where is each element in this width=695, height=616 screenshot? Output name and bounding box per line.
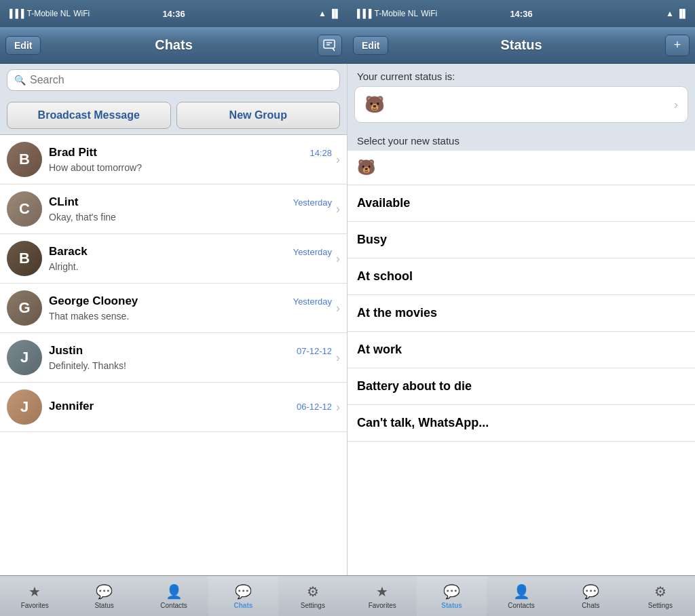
avatar: G [7,290,42,326]
tab-favorites[interactable]: ★ Favorites [0,576,69,616]
chat-list: B Brad Pitt 14:28 How about tomorrow? › … [0,135,347,575]
left-wifi-icon: WiFi [73,9,90,18]
right-battery-area: ▲ ▐▌ [666,9,688,18]
tab-chats[interactable]: 💬 Chats [556,576,625,616]
compose-button[interactable] [318,35,342,56]
chat-chevron-icon: › [336,252,340,266]
tab-label: Contacts [508,602,534,609]
tab-icon: ⚙ [654,583,666,600]
chats-nav-bar: Edit Chats [0,27,348,64]
status-emoji-icon: 🐻 [357,159,375,176]
current-status-chevron-icon: › [674,98,678,112]
chat-list-item[interactable]: B Barack Yesterday Alright. › [0,234,347,284]
status-item-label: At the movies [357,306,437,320]
status-item-label: Can't talk, WhatsApp... [357,416,489,430]
status-list-item[interactable]: At work [348,332,695,368]
left-battery-area: ▲ ▐▌ [318,9,341,18]
chat-info: Jennifer 06-12-12 [49,400,332,415]
avatar-label: B [7,142,42,177]
chat-chevron-icon: › [336,400,340,415]
status-nav-bar: Edit Status + [348,27,695,64]
status-list-item[interactable]: At school [348,258,695,295]
select-status-label: Select your new status [348,130,695,151]
status-item-label: Busy [357,233,387,247]
right-battery-icon: ▐▌ [677,9,688,18]
left-carrier-info: ▐▐▐ T-Mobile NL WiFi [7,9,90,18]
status-item-label: Battery about to die [357,379,472,393]
right-carrier: T-Mobile NL [375,9,419,18]
avatar: J [7,389,42,425]
status-tab-bar: ★ Favorites 💬 Status 👤 Contacts 💬 Chats … [348,575,695,616]
tab-label: Chats [234,602,253,609]
status-item-label: At school [357,269,413,284]
chat-name-row: George Clooney Yesterday [49,294,332,308]
left-status-bar: ▐▐▐ T-Mobile NL WiFi 14:36 ▲ ▐▌ [0,0,348,27]
chats-panel: 🔍 Broadcast Message New Group B Brad Pit… [0,64,348,575]
chat-name-row: Jennifer 06-12-12 [49,400,332,413]
tab-icon: 💬 [235,583,252,600]
new-group-button[interactable]: New Group [176,102,341,129]
tab-status[interactable]: 💬 Status [417,576,486,616]
status-item-label: At work [357,343,402,357]
avatar-label: B [7,241,42,276]
chat-list-item[interactable]: C CLint Yesterday Okay, that's fine › [0,185,347,234]
chat-name: Brad Pitt [49,146,97,159]
chat-list-item[interactable]: J Jennifer 06-12-12 › [0,383,347,432]
status-list: 🐻AvailableBusyAt schoolAt the moviesAt w… [348,151,695,575]
chat-preview: Alright. [49,261,79,272]
avatar: J [7,340,42,375]
chat-info: Justin 07-12-12 Definitely. Thanks! [49,344,332,372]
tab-label: Contacts [160,602,187,609]
tab-label: Status [441,602,462,609]
chats-edit-button[interactable]: Edit [5,36,41,55]
chat-preview: Definitely. Thanks! [49,360,126,371]
chat-name-row: Barack Yesterday [49,245,332,258]
chat-name: George Clooney [49,294,138,308]
avatar: C [7,191,42,227]
left-time: 14:36 [162,9,185,19]
add-status-button[interactable]: + [665,35,690,56]
status-list-item[interactable]: At the movies [348,295,695,332]
tab-contacts[interactable]: 👤 Contacts [139,576,208,616]
tab-chats[interactable]: 💬 Chats [208,576,278,616]
right-time: 14:36 [510,9,532,19]
chat-time: 07-12-12 [297,346,332,356]
chat-info: CLint Yesterday Okay, that's fine [49,195,332,223]
chat-time: Yesterday [293,197,332,208]
chat-info: Brad Pitt 14:28 How about tomorrow? [49,146,332,174]
chat-list-item[interactable]: G George Clooney Yesterday That makes se… [0,284,347,333]
chat-preview: Okay, that's fine [49,212,116,223]
tab-status[interactable]: 💬 Status [69,576,138,616]
svg-rect-0 [324,40,335,48]
tab-favorites[interactable]: ★ Favorites [348,576,417,616]
status-list-item[interactable]: 🐻 [348,151,695,185]
chat-name: Jennifer [49,400,94,413]
tab-contacts[interactable]: 👤 Contacts [487,576,556,616]
chat-preview: How about tomorrow? [49,162,142,173]
status-list-item[interactable]: Busy [348,222,695,258]
chat-info: George Clooney Yesterday That makes sens… [49,294,332,322]
tab-icon: 💬 [96,583,113,600]
chat-chevron-icon: › [336,351,340,365]
chat-list-item[interactable]: J Justin 07-12-12 Definitely. Thanks! › [0,333,347,383]
right-status-bar: ▐▐▐ T-Mobile NL WiFi 14:36 ▲ ▐▌ [348,0,695,27]
broadcast-message-button[interactable]: Broadcast Message [7,102,171,129]
current-status-item[interactable]: 🐻 › [354,86,688,123]
status-list-item[interactable]: Battery about to die [348,368,695,405]
chat-name-row: Brad Pitt 14:28 [49,146,332,159]
status-edit-button[interactable]: Edit [353,36,388,55]
status-nav-title: Status [500,37,542,53]
tab-icon: ⚙ [307,583,319,600]
search-input-wrapper[interactable]: 🔍 [7,69,340,91]
tab-settings[interactable]: ⚙ Settings [278,576,348,616]
status-list-item[interactable]: Available [348,185,695,222]
tab-settings[interactable]: ⚙ Settings [626,576,695,616]
left-carrier: T-Mobile NL [27,9,71,18]
chat-preview: That makes sense. [49,311,129,322]
status-list-item[interactable]: Can't talk, WhatsApp... [348,405,695,442]
chat-list-item[interactable]: B Brad Pitt 14:28 How about tomorrow? › [0,135,347,185]
right-carrier-info: ▐▐▐ T-Mobile NL WiFi [354,9,437,18]
avatar: B [7,142,42,177]
left-location-icon: ▲ [318,9,326,18]
search-input[interactable] [30,74,333,86]
